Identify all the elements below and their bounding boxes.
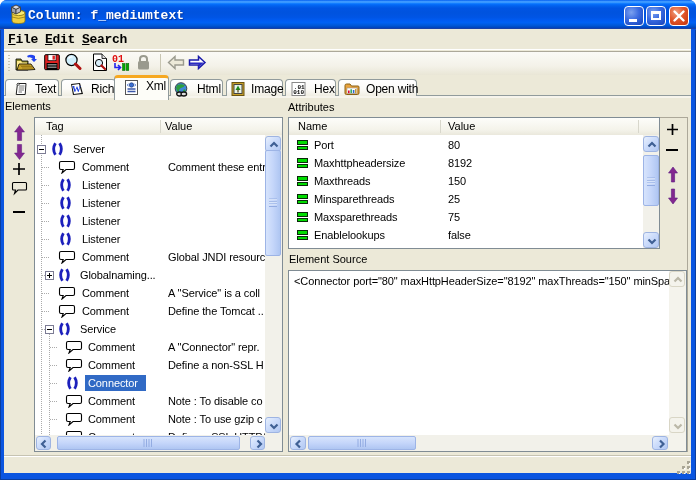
svg-text:W: W	[72, 84, 81, 94]
svg-text:010: 010	[293, 89, 304, 96]
svg-text:01: 01	[112, 54, 124, 65]
